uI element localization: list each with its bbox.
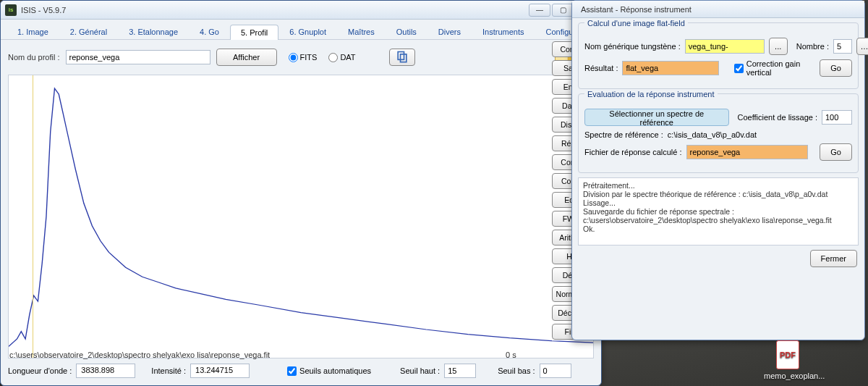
auto-thresholds-label: Seuils automatiques [299,366,371,375]
svg-rect-1 [400,54,406,62]
afficher-button[interactable]: Afficher [216,49,277,66]
tab-etalonnage[interactable]: 3. Etalonnage [118,24,189,39]
isis-app-icon: is [5,4,17,16]
isis-footer: c:\users\observatoire_2\desktop\spectro … [8,349,594,382]
file-label: Fichier de réponse calculé : [584,148,682,156]
cursor-line [33,75,33,358]
radio-dat[interactable]: DAT [328,53,355,62]
eval-section-title: Evaluation de la réponse instrument [584,90,718,98]
auto-thresholds-checkbox[interactable]: Seuils automatiques [287,366,371,376]
nombre-input[interactable] [833,39,852,54]
tungstene-input[interactable] [685,39,765,54]
select-reference-button[interactable]: Sélectionner un spectre de référence [584,109,729,126]
radio-dat-label: DAT [340,53,355,62]
coef-label: Coefficient de lissage : [738,113,817,122]
copy-icon [395,50,409,64]
resultat-input[interactable] [622,61,719,75]
tab-profil[interactable]: 5. Profil [230,25,278,40]
seuil-haut-input[interactable] [444,364,476,378]
tungstene-label: Nom générique tungstène : [584,42,681,51]
profile-name-label: Nom du profil : [8,53,60,62]
profile-name-input[interactable] [66,50,210,64]
desktop-pdf-label: memo_exoplan... [764,372,812,380]
tab-image[interactable]: 1. Image [7,24,59,39]
flat-section-title: Calcul d'une image flat-field [584,19,688,28]
tab-instruments[interactable]: Instruments [472,24,535,39]
intensity-label: Intensité : [151,366,186,375]
assistant-titlebar: Assistant - Réponse instrument [572,1,864,18]
flat-go-button[interactable]: Go [820,59,852,77]
fermer-button[interactable]: Fermer [810,250,857,267]
coef-input[interactable] [822,110,852,125]
isis-title: ISIS - V5.9.7 [21,6,527,14]
maximize-button[interactable]: ▢ [552,4,574,17]
seuil-haut-label: Seuil haut : [400,366,440,375]
profile-curve [9,75,593,358]
assistant-window: Assistant - Réponse instrument Calcul d'… [571,0,865,340]
nombre-browse-button[interactable]: … [856,38,868,55]
intensity-value: 13.244715 [190,364,250,378]
browse-button[interactable]: ... [769,38,788,55]
pdf-icon: PDF [776,340,799,369]
log-output[interactable]: Prétraitement... Division par le spectre… [578,177,859,246]
copy-button[interactable] [389,49,415,66]
eval-section: Evaluation de la réponse instrument Séle… [578,93,859,173]
correction-gain-checkbox[interactable]: Correction gain vertical [734,59,812,77]
resultat-label: Résultat : [584,64,618,72]
tab-gnuplot[interactable]: 6. Gnuplot [278,24,337,39]
seuil-bas-input[interactable] [540,364,571,378]
isis-titlebar: is ISIS - V5.9.7 — ▢ ✕ [1,1,601,20]
tab-go[interactable]: 4. Go [189,24,230,39]
tab-outils[interactable]: Outils [386,24,427,39]
correction-gain-label: Correction gain vertical [746,59,812,77]
ref-value: c:\isis_data_v8\p_a0v.dat [668,130,757,139]
tab-general[interactable]: 2. Général [59,24,118,39]
radio-fits[interactable]: FITS [289,53,318,62]
isis-main-window: is ISIS - V5.9.7 — ▢ ✕ 1. Image 2. Génér… [0,0,602,386]
elapsed-time: 0 s [506,351,592,359]
desktop-pdf-icon[interactable]: PDF memo_exoplan... [764,340,812,380]
minimize-button[interactable]: — [529,4,550,17]
svg-rect-0 [398,52,404,60]
ref-label: Spectre de référence : [584,130,663,139]
wavelength-label: Longueur d'onde : [8,366,72,375]
flat-section: Calcul d'une image flat-field Nom généri… [578,22,859,89]
tab-divers[interactable]: Divers [427,24,472,39]
profile-bar: Nom du profil : Afficher FITS DAT [1,40,601,75]
profile-plot[interactable] [8,75,594,358]
eval-go-button[interactable]: Go [820,143,852,161]
radio-fits-label: FITS [300,53,318,62]
wavelength-value: 3838.898 [76,364,135,378]
file-input[interactable] [686,145,808,159]
tab-maitres[interactable]: Maîtres [337,24,386,39]
file-path: c:\users\observatoire_2\desktop\spectro … [9,351,506,359]
tab-strip: 1. Image 2. Général 3. Etalonnage 4. Go … [1,20,601,40]
nombre-label: Nombre : [796,42,829,51]
assistant-title: Assistant - Réponse instrument [576,5,860,14]
seuil-bas-label: Seuil bas : [498,366,535,375]
